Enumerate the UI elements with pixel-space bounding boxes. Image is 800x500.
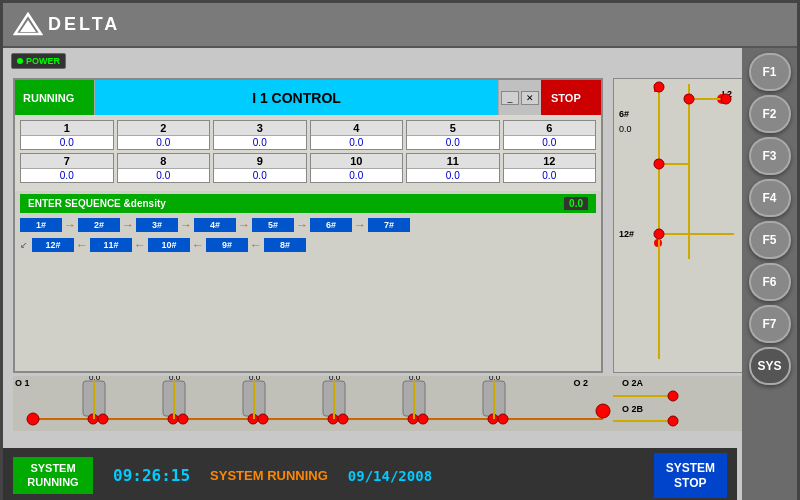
cell-8[interactable]: 8 0.0 xyxy=(117,153,211,183)
running-badge: RUNNING xyxy=(15,80,95,115)
cell-3[interactable]: 3 0.0 xyxy=(213,120,307,150)
fn-btn-f5[interactable]: F5 xyxy=(749,221,791,259)
svg-point-35 xyxy=(418,414,428,424)
stop-button[interactable]: STOP xyxy=(541,80,601,115)
svg-point-25 xyxy=(27,413,39,425)
delta-logo-text: DELTA xyxy=(48,14,120,35)
cell-9[interactable]: 9 0.0 xyxy=(213,153,307,183)
pipe-svg: 0.0 0.0 0.0 0.0 0.0 0.0 xyxy=(13,376,743,431)
svg-point-27 xyxy=(98,414,108,424)
svg-point-11 xyxy=(654,229,664,239)
svg-point-31 xyxy=(258,414,268,424)
cell-6[interactable]: 6 0.0 xyxy=(503,120,597,150)
fn-btn-f1[interactable]: F1 xyxy=(749,53,791,91)
pipe-area: O 1 O 2 O 2A O 2B 0.0 0.0 xyxy=(13,376,743,431)
status-text: SYSTEM RUNNING xyxy=(210,468,328,483)
seq-btn-5[interactable]: 5# xyxy=(252,218,294,232)
sequence-bar: ENTER SEQUENCE &density 0.0 xyxy=(20,194,596,213)
arrow-right-5: → xyxy=(296,218,308,232)
cell-10[interactable]: 10 0.0 xyxy=(310,153,404,183)
seq-btn-12[interactable]: 12# xyxy=(32,238,74,252)
svg-point-37 xyxy=(498,414,508,424)
seq-btn-1[interactable]: 1# xyxy=(20,218,62,232)
cell-1[interactable]: 1 0.0 xyxy=(20,120,114,150)
arrow-right-4: → xyxy=(238,218,250,232)
fn-btn-f6[interactable]: F6 xyxy=(749,263,791,301)
number-grid: 1 0.0 2 0.0 3 0.0 4 0.0 xyxy=(15,115,601,191)
fn-btn-sys[interactable]: SYS xyxy=(749,347,791,385)
window-controls[interactable]: _ ✕ xyxy=(499,80,541,115)
diagram-svg xyxy=(614,79,744,374)
svg-point-47 xyxy=(668,391,678,401)
cell-2[interactable]: 2 0.0 xyxy=(117,120,211,150)
seq-btn-3[interactable]: 3# xyxy=(136,218,178,232)
function-buttons-panel: F1 F2 F3 F4 F5 F6 F7 SYS xyxy=(742,48,797,500)
seq-btn-7[interactable]: 7# xyxy=(368,218,410,232)
arrow-left-2: ← xyxy=(134,238,146,252)
diagram-panel: 6# 12# I 2 0.0 xyxy=(613,78,743,373)
main-content: POWER RUNNING I 1 CONTROL _ ✕ xyxy=(3,48,797,500)
system-stop-button[interactable]: SYSTEM STOP xyxy=(654,453,727,498)
hmi-screen: POWER RUNNING I 1 CONTROL _ ✕ xyxy=(3,48,797,500)
header-bar: DELTA xyxy=(3,3,797,48)
control-title: I 1 CONTROL xyxy=(95,80,499,115)
cell-4[interactable]: 4 0.0 xyxy=(310,120,404,150)
date-display: 09/14/2008 xyxy=(348,468,432,484)
svg-point-7 xyxy=(654,82,664,92)
svg-point-38 xyxy=(596,404,610,418)
arrow-right-1: → xyxy=(64,218,76,232)
delta-logo-icon xyxy=(13,12,43,37)
svg-point-48 xyxy=(668,416,678,426)
seq-btn-10[interactable]: 10# xyxy=(148,238,190,252)
svg-point-33 xyxy=(338,414,348,424)
close-button[interactable]: ✕ xyxy=(521,91,539,105)
seq-btn-9[interactable]: 9# xyxy=(206,238,248,252)
system-running-indicator: SYSTEM RUNNING xyxy=(13,457,93,493)
fn-btn-f7[interactable]: F7 xyxy=(749,305,791,343)
sequence-value[interactable]: 0.0 xyxy=(564,197,588,210)
cell-11[interactable]: 11 0.0 xyxy=(406,153,500,183)
svg-point-9 xyxy=(721,94,731,104)
seq-btn-4[interactable]: 4# xyxy=(194,218,236,232)
svg-point-29 xyxy=(178,414,188,424)
hmi-frame: DELTA POWER RUNNING I 1 CONTROL xyxy=(0,0,800,500)
arrow-right-6: → xyxy=(354,218,366,232)
seq-btn-11[interactable]: 11# xyxy=(90,238,132,252)
arrow-left-3: ← xyxy=(192,238,204,252)
minimize-button[interactable]: _ xyxy=(501,91,519,105)
arrow-right-3: → xyxy=(180,218,192,232)
time-display: 09:26:15 xyxy=(113,466,190,485)
arrow-left-1: ← xyxy=(76,238,88,252)
svg-point-10 xyxy=(654,159,664,169)
cell-7[interactable]: 7 0.0 xyxy=(20,153,114,183)
arrow-right-2: → xyxy=(122,218,134,232)
fn-btn-f4[interactable]: F4 xyxy=(749,179,791,217)
seq-btn-6[interactable]: 6# xyxy=(310,218,352,232)
screen-top-row: RUNNING I 1 CONTROL _ ✕ STOP xyxy=(15,80,601,115)
delta-logo: DELTA xyxy=(13,12,120,37)
cell-12[interactable]: 12 0.0 xyxy=(503,153,597,183)
seq-btn-2[interactable]: 2# xyxy=(78,218,120,232)
svg-point-8 xyxy=(684,94,694,104)
seq-btn-row-1: 1# → 2# → 3# → 4# → 5# → 6# → 7# xyxy=(15,216,601,234)
grid-row-1: 1 0.0 2 0.0 3 0.0 4 0.0 xyxy=(20,120,596,150)
fn-btn-f2[interactable]: F2 xyxy=(749,95,791,133)
grid-row-2: 7 0.0 8 0.0 9 0.0 10 0.0 xyxy=(20,153,596,183)
power-indicator: POWER xyxy=(11,53,66,69)
status-bar: SYSTEM RUNNING 09:26:15 SYSTEM RUNNING 0… xyxy=(3,448,737,500)
arrow-left-4: ← xyxy=(250,238,262,252)
fn-btn-f3[interactable]: F3 xyxy=(749,137,791,175)
cell-5[interactable]: 5 0.0 xyxy=(406,120,500,150)
sequence-label: ENTER SEQUENCE &density xyxy=(28,198,166,209)
seq-btn-8[interactable]: 8# xyxy=(264,238,306,252)
seq-btn-row-2: ↙ 12# ← 11# ← 10# ← 9# ← 8# xyxy=(15,234,601,254)
inner-screen: RUNNING I 1 CONTROL _ ✕ STOP xyxy=(13,78,603,373)
power-dot xyxy=(17,58,23,64)
